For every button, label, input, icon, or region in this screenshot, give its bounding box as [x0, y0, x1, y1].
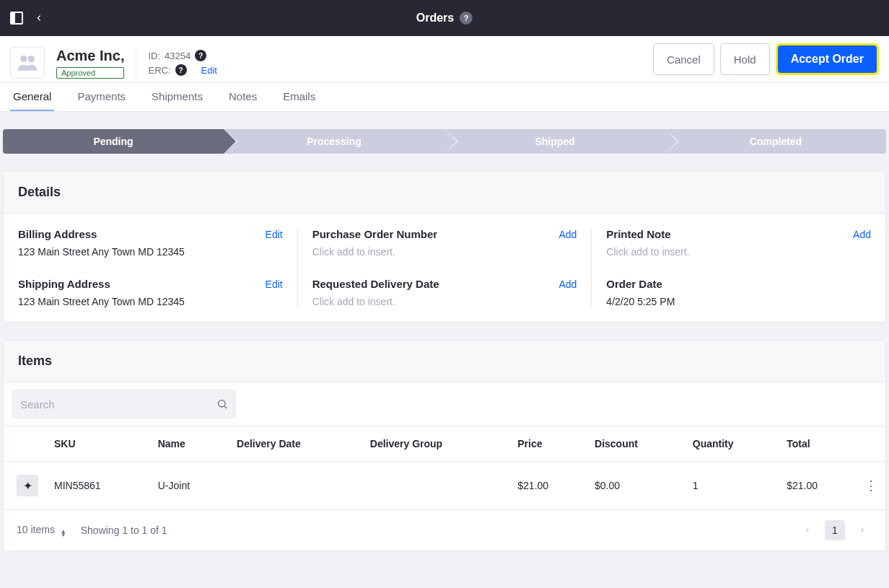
help-icon[interactable]: ?: [460, 12, 473, 25]
step-shipped[interactable]: Shipped: [444, 129, 665, 154]
pager-page[interactable]: 1: [825, 520, 845, 540]
col-total[interactable]: Total: [779, 426, 857, 462]
table-row[interactable]: ✦ MIN55861 U-Joint $21.00 $0.00 1 $21.00…: [4, 462, 885, 510]
cancel-button[interactable]: Cancel: [653, 43, 714, 75]
col-discount[interactable]: Discount: [587, 426, 686, 462]
tab-emails[interactable]: Emails: [280, 83, 318, 111]
step-completed[interactable]: Completed: [665, 129, 886, 154]
shipping-label: Shipping Address: [18, 278, 110, 290]
search-icon: [216, 398, 228, 410]
col-quantity[interactable]: Quantity: [686, 426, 779, 462]
search-box[interactable]: [12, 390, 236, 418]
tabs: General Payments Shipments Notes Emails: [0, 83, 889, 112]
step-processing[interactable]: Processing: [224, 129, 444, 154]
po-add[interactable]: Add: [559, 229, 577, 240]
shipping-value: 123 Main Street Any Town MD 12345: [18, 296, 283, 307]
billing-edit[interactable]: Edit: [266, 229, 283, 240]
company-name: Acme Inc,: [56, 48, 124, 64]
search-input[interactable]: [20, 398, 216, 411]
order-date-value: 4/2/20 5:25 PM: [606, 296, 871, 307]
hold-button[interactable]: Hold: [720, 43, 770, 75]
topbar: Orders ?: [0, 0, 889, 36]
cell-quantity: 1: [686, 462, 779, 510]
panel-toggle-icon[interactable]: [10, 12, 23, 25]
account-avatar: [10, 47, 45, 79]
col-name[interactable]: Name: [151, 426, 229, 462]
col-price[interactable]: Price: [510, 426, 587, 462]
page-size[interactable]: 10 items ▲▼: [17, 524, 66, 537]
requested-delivery-placeholder: Click add to insert.: [312, 296, 577, 307]
order-header: Acme Inc, Approved ID: 43254 ? ERC: ? Ed…: [0, 36, 889, 83]
items-title: Items: [4, 341, 885, 382]
svg-line-3: [224, 406, 227, 408]
accept-order-highlight: Accept Order: [776, 43, 879, 75]
items-table: SKU Name Delivery Date Delivery Group Pr…: [4, 426, 885, 510]
items-card: Items SKU Name Delivery Date Delivery Gr…: [3, 340, 886, 551]
printed-note-label: Printed Note: [606, 228, 670, 240]
erc-info-icon[interactable]: ?: [175, 64, 187, 76]
billing-label: Billing Address: [18, 228, 97, 240]
status-stepper: Pending Processing Shipped Completed: [3, 129, 886, 154]
cell-price: $21.00: [510, 462, 587, 510]
tab-notes[interactable]: Notes: [226, 83, 260, 111]
cell-name: U-Joint: [151, 462, 229, 510]
id-info-icon[interactable]: ?: [195, 50, 206, 61]
details-title: Details: [4, 172, 885, 214]
pager-prev[interactable]: [797, 520, 818, 540]
back-button[interactable]: [32, 11, 46, 25]
item-thumbnail: ✦: [17, 475, 38, 496]
cell-total: $21.00: [779, 462, 857, 510]
pager-next[interactable]: [852, 520, 872, 540]
cell-delivery-date: [229, 462, 363, 510]
id-label: ID:: [148, 51, 160, 61]
step-pending[interactable]: Pending: [3, 129, 224, 154]
showing-text: Showing 1 to 1 of 1: [81, 525, 167, 536]
status-badge: Approved: [56, 67, 124, 79]
printed-note-add[interactable]: Add: [853, 229, 871, 240]
billing-value: 123 Main Street Any Town MD 12345: [18, 246, 283, 258]
col-sku[interactable]: SKU: [47, 426, 151, 462]
requested-delivery-add[interactable]: Add: [559, 278, 577, 290]
shipping-edit[interactable]: Edit: [266, 278, 283, 290]
po-label: Purchase Order Number: [312, 228, 437, 240]
page-title: Orders: [416, 12, 454, 25]
svg-point-2: [219, 400, 225, 407]
requested-delivery-label: Requested Delivery Date: [312, 278, 439, 290]
cell-delivery-group: [363, 462, 511, 510]
tab-general[interactable]: General: [10, 83, 54, 111]
col-delivery-date[interactable]: Delivery Date: [229, 426, 363, 462]
svg-point-0: [20, 56, 27, 62]
tab-payments[interactable]: Payments: [74, 83, 128, 111]
id-value: 43254: [165, 51, 190, 61]
erc-label: ERC:: [148, 65, 170, 76]
accept-order-button[interactable]: Accept Order: [778, 45, 877, 73]
tab-shipments[interactable]: Shipments: [149, 83, 206, 111]
cell-sku: MIN55861: [47, 462, 151, 510]
svg-point-1: [28, 56, 35, 62]
cell-discount: $0.00: [587, 462, 686, 510]
col-delivery-group[interactable]: Delivery Group: [363, 426, 511, 462]
order-date-label: Order Date: [606, 278, 662, 290]
details-card: Details Billing Address Edit 123 Main St…: [3, 171, 886, 322]
row-menu-icon[interactable]: ⋮: [864, 484, 878, 487]
edit-link[interactable]: Edit: [201, 65, 217, 76]
po-placeholder: Click add to insert.: [312, 246, 577, 258]
page-size-arrows-icon: ▲▼: [61, 530, 66, 537]
table-footer: 10 items ▲▼ Showing 1 to 1 of 1 1: [4, 510, 885, 550]
printed-note-placeholder: Click add to insert.: [606, 246, 871, 258]
